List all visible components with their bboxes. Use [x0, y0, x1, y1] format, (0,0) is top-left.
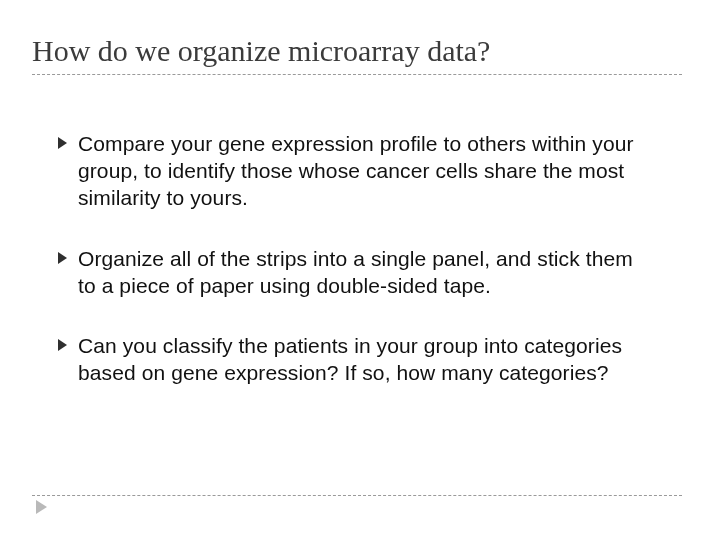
svg-marker-0	[58, 137, 67, 149]
list-item: Can you classify the patients in your gr…	[58, 333, 652, 387]
svg-marker-1	[58, 252, 67, 264]
bullet-icon	[58, 246, 78, 264]
bullet-icon	[58, 333, 78, 351]
list-item: Organize all of the strips into a single…	[58, 246, 652, 300]
list-item: Compare your gene expression profile to …	[58, 131, 652, 212]
svg-marker-2	[58, 339, 67, 351]
bullet-text: Organize all of the strips into a single…	[78, 246, 652, 300]
svg-marker-3	[36, 500, 47, 514]
footer-caret-icon	[36, 500, 47, 518]
slide-title: How do we organize microarray data?	[32, 34, 682, 75]
bullet-text: Compare your gene expression profile to …	[78, 131, 652, 212]
slide-body: Compare your gene expression profile to …	[32, 131, 682, 387]
slide: How do we organize microarray data? Comp…	[0, 0, 720, 387]
bullet-text: Can you classify the patients in your gr…	[78, 333, 652, 387]
footer-divider	[32, 495, 682, 496]
bullet-icon	[58, 131, 78, 149]
